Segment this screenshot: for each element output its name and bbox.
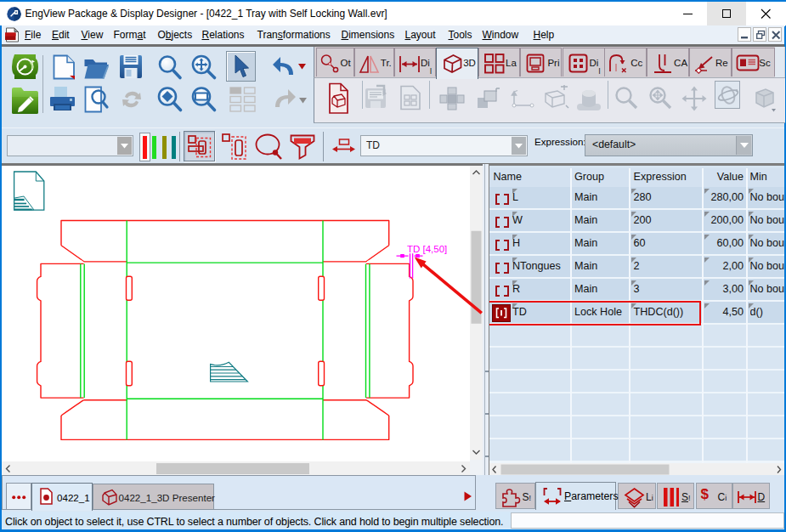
- svg-text:TD [4,50]: TD [4,50]: [407, 244, 447, 254]
